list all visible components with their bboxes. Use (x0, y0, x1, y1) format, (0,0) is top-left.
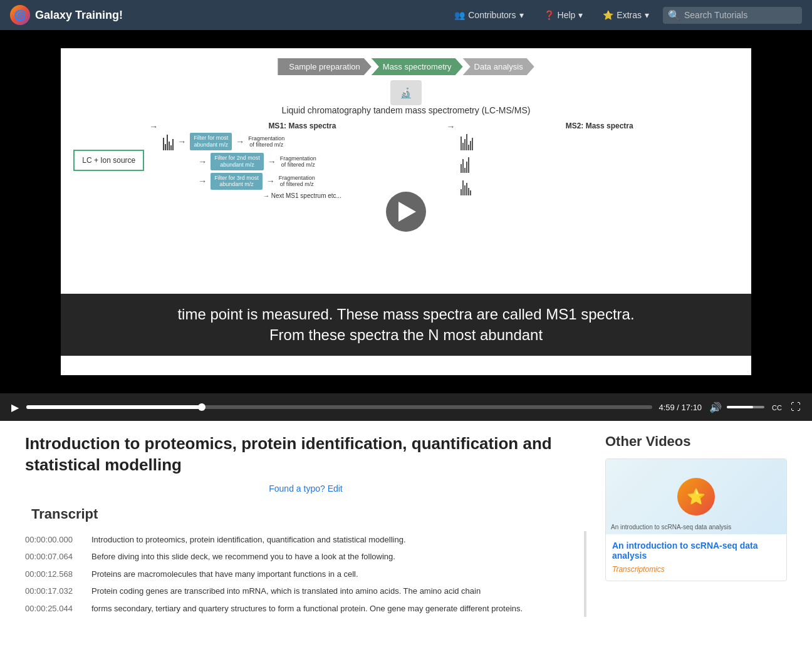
filter-box-3: Filter for 3rd mostabundant m/z (211, 173, 263, 190)
fullscreen-button[interactable] (789, 400, 802, 414)
video-card-title-0[interactable]: An introduction to scRNA-seq data analys… (612, 541, 780, 561)
main-content: Introduction to proteomics, protein iden… (25, 433, 586, 617)
ts-text-0: Introduction to proteomics, protein iden… (91, 534, 406, 546)
arrow1: → (177, 137, 186, 147)
video-thumb-0: ⭐ An introduction to scRNA-seq data anal… (606, 459, 786, 534)
mute-button[interactable] (708, 400, 723, 415)
frag-label-3: Fragmentationof filtered m/z (279, 175, 315, 187)
arrow2: → (236, 137, 244, 147)
volume-fill (727, 406, 753, 408)
arrow-lc-ms1: → (149, 122, 158, 132)
navbar: 🌀 Galaxy Training! Contributors ▾ Help ▾… (0, 0, 812, 30)
ts-time-3: 00:00:17.032 (25, 585, 81, 598)
arrow6: → (266, 176, 275, 186)
transcript-row-0: 00:00:00.000 Introduction to proteomics,… (25, 531, 579, 549)
transcript-row-1: 00:00:07.064 Before diving into this sli… (25, 548, 579, 566)
progress-bar[interactable] (26, 405, 652, 409)
cc-icon (772, 401, 782, 413)
help-icon (544, 10, 554, 20)
ts-time-1: 00:00:07.064 (25, 551, 81, 563)
ms2-bar-1 (461, 133, 739, 150)
pipeline-steps: Sample preparation Mass spectrometry Dat… (278, 58, 534, 75)
lc-box: LC + Ion source (73, 150, 144, 171)
step-mass-spec-label: Mass spectrometry (383, 62, 452, 71)
typo-link[interactable]: Found a typo? Edit (25, 484, 586, 494)
brand-link[interactable]: 🌀 Galaxy Training! (10, 5, 123, 25)
extras-chevron: ▾ (645, 10, 649, 20)
ms1-rows: → Filter for mostabundant m/z → Fragment… (163, 133, 441, 190)
subtitle-line1: time point is measured. These mass spect… (177, 306, 634, 323)
video-frame[interactable]: Sample preparation Mass spectrometry Dat… (0, 30, 812, 393)
contributors-chevron: ▾ (519, 10, 524, 20)
ms1-row-3: → Filter for 3rd mostabundant m/z → Frag… (163, 173, 441, 190)
lc-box-label: LC + Ion source (82, 156, 135, 165)
volume-slider[interactable] (727, 406, 764, 408)
video-card-tag-0: Transcriptomics (612, 565, 665, 574)
arrow4: → (268, 157, 276, 167)
play-button[interactable]: ▶ (10, 400, 20, 415)
sidebar: Other Videos ⭐ An introduction to scRNA-… (605, 433, 787, 617)
step-data-analysis-label: Data analysis (474, 62, 523, 71)
transcript-row-2: 00:00:12.568 Proteins are macromolecules… (25, 566, 579, 583)
search-wrapper (663, 7, 802, 24)
cc-button[interactable] (771, 400, 783, 414)
step-mass-spec[interactable]: Mass spectrometry (372, 58, 463, 75)
fullscreen-icon (791, 401, 801, 413)
progress-thumb (198, 403, 206, 411)
transcript-scroll[interactable]: 00:00:00.000 Introduction to proteomics,… (25, 531, 586, 618)
step-sample-prep-label: Sample preparation (289, 62, 360, 71)
star-icon (603, 10, 613, 20)
step-sample-prep[interactable]: Sample preparation (278, 58, 371, 75)
search-input[interactable] (684, 10, 797, 20)
diagram: LC + Ion source → MS1: Mass spectra (61, 122, 751, 199)
ms2-bar-2 (461, 155, 739, 173)
thumb-label-0: An introduction to scRNA-seq data analys… (611, 524, 731, 531)
arrow5: → (198, 176, 207, 186)
ms2-bars (461, 133, 739, 195)
contributors-button[interactable]: Contributors ▾ (448, 6, 529, 24)
contributors-icon (454, 10, 465, 20)
play-triangle-icon (398, 202, 416, 222)
extras-label: Extras (617, 10, 642, 20)
help-chevron: ▾ (578, 10, 583, 20)
search-icon (668, 9, 680, 21)
ms1-title: MS1: Mass spectra (163, 122, 441, 130)
play-overlay-button[interactable] (386, 192, 426, 232)
video-card-body-0: An introduction to scRNA-seq data analys… (606, 534, 786, 581)
video-title: Introduction to proteomics, protein iden… (25, 433, 586, 476)
ts-time-4: 00:00:25.044 (25, 603, 81, 615)
help-label: Help (558, 10, 576, 20)
video-container: Sample preparation Mass spectrometry Dat… (0, 30, 812, 421)
step-data-analysis[interactable]: Data analysis (463, 58, 534, 75)
filter-box-2: Filter for 2nd mostabundant m/z (211, 153, 264, 170)
brand-name: Galaxy Training! (35, 9, 123, 22)
volume-icon (709, 401, 722, 413)
arrow-ms1-ms2: → (447, 122, 455, 132)
other-videos-title: Other Videos (605, 433, 787, 450)
ms2-bar-3 (461, 178, 739, 195)
extras-button[interactable]: Extras ▾ (596, 6, 655, 24)
ms1-section: MS1: Mass spectra → Filter for mostabund… (163, 122, 441, 199)
thumb-logo-0: ⭐ (677, 478, 715, 515)
frag-label-1: Fragmentationof filtered m/z (248, 135, 284, 148)
filter-box-1: Filter for mostabundant m/z (190, 133, 232, 150)
play-icon: ▶ (11, 401, 19, 413)
transcript-heading: Transcript (25, 506, 586, 522)
machine-icon: 🔬 (390, 80, 422, 105)
ts-time-0: 00:00:00.000 (25, 534, 81, 546)
time-total: 17:10 (682, 403, 702, 412)
progress-fill (26, 405, 202, 409)
ts-text-2: Proteins are macromolecules that have ma… (91, 568, 358, 581)
ms1-row-1: → Filter for mostabundant m/z → Fragment… (163, 133, 441, 150)
ts-text-1: Before diving into this slide deck, we r… (91, 551, 395, 563)
ms2-section: MS2: Mass spectra (461, 122, 739, 195)
spectra-bar-1 (163, 133, 174, 150)
lc-title: Liquid chromatography tandem mass spectr… (282, 105, 531, 115)
frag-label-2: Fragmentationof filtered m/z (280, 155, 316, 168)
ms1-row-2: → Filter for 2nd mostabundant m/z → Frag… (163, 153, 441, 170)
ts-text-3: Protein coding genes are transcribed int… (91, 585, 481, 598)
help-button[interactable]: Help ▾ (538, 6, 590, 24)
volume-wrapper (708, 400, 764, 415)
time-current: 4:59 (658, 403, 674, 412)
ms2-title: MS2: Mass spectra (461, 122, 739, 130)
